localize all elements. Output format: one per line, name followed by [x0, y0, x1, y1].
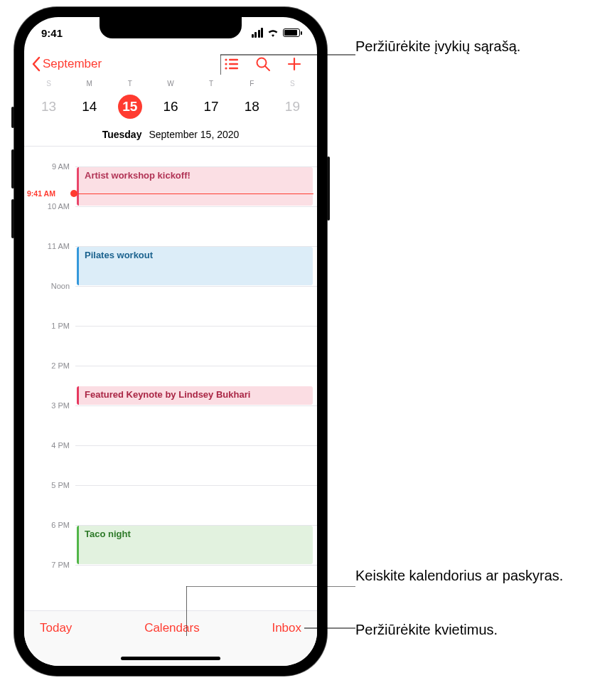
hour-line: [75, 286, 317, 287]
wifi-icon: [267, 28, 279, 37]
home-indicator[interactable]: [121, 657, 220, 660]
dow-label: S: [272, 80, 313, 90]
notch: [100, 17, 242, 38]
dow-label: T: [109, 80, 150, 90]
day-cell[interactable]: 13: [28, 90, 69, 126]
screen: 9:41 September: [24, 17, 317, 666]
volume-up-button[interactable]: [11, 149, 14, 189]
battery-icon: [283, 28, 300, 37]
mute-switch[interactable]: [11, 107, 14, 128]
hour-label: 4 PM: [30, 441, 74, 450]
callout-line-inbox: [304, 627, 355, 629]
hour-label: 6 PM: [30, 521, 74, 529]
day-cell[interactable]: 16: [150, 90, 191, 126]
calendar-event[interactable]: Pilates workout: [77, 247, 313, 285]
volume-down-button[interactable]: [11, 199, 14, 238]
status-icons: [252, 28, 301, 38]
day-cell[interactable]: 14: [69, 90, 109, 126]
hour-label: 10 AM: [30, 202, 74, 211]
day-cell[interactable]: 17: [191, 90, 232, 126]
day-cell[interactable]: 18: [232, 90, 272, 126]
callout-line-list: [220, 46, 355, 75]
calendar-event[interactable]: Featured Keynote by Lindsey Bukhari: [77, 386, 313, 405]
calendar-event[interactable]: Artist workshop kickoff!: [77, 167, 313, 206]
date-strip-dayname: Tuesday: [102, 129, 142, 140]
hour-label: Noon: [30, 282, 74, 290]
hour-line: [75, 445, 317, 446]
hour-line: [75, 565, 317, 566]
status-time: 9:41: [41, 27, 63, 39]
hour-line: [75, 206, 317, 207]
now-dot: [70, 190, 77, 197]
dow-label: W: [150, 80, 191, 90]
date-strip: TuesdaySeptember 15, 2020: [24, 126, 317, 147]
back-chevron-icon: [31, 56, 41, 72]
hour-label: 2 PM: [30, 361, 74, 370]
callout-calendars: Keiskite kalendorius ar paskyras.: [355, 566, 583, 585]
hour-label: 11 AM: [30, 242, 74, 250]
power-button[interactable]: [327, 157, 330, 221]
dow-row: SMTWTFS: [28, 80, 313, 90]
now-label: 9:41 AM: [27, 189, 55, 198]
hour-label: 3 PM: [30, 401, 74, 410]
dow-label: S: [28, 80, 69, 90]
hour-line: [75, 405, 317, 406]
day-row: 13141516171819: [28, 90, 313, 126]
week-header: SMTWTFS 13141516171819: [24, 80, 317, 126]
phone-frame: 9:41 September: [14, 7, 327, 676]
day-timeline[interactable]: 9 AM10 AM11 AMNoon1 PM2 PM3 PM4 PM5 PM6 …: [24, 147, 317, 583]
callout-inbox: Peržiūrėkite kvietimus.: [355, 620, 583, 640]
hour-label: 1 PM: [30, 322, 74, 330]
today-button[interactable]: Today: [40, 621, 72, 635]
back-button[interactable]: September: [31, 56, 102, 72]
callout-list: Peržiūrėkite įvykių sąrašą.: [355, 37, 583, 56]
day-cell[interactable]: 15: [109, 90, 150, 126]
calendar-event[interactable]: Taco night: [77, 526, 313, 564]
hour-label: 5 PM: [30, 481, 74, 489]
hour-line: [75, 326, 317, 327]
cellular-icon: [252, 28, 264, 38]
dow-label: F: [232, 80, 272, 90]
back-label: September: [43, 57, 102, 71]
hour-label: 9 AM: [30, 162, 74, 171]
hour-line: [75, 366, 317, 366]
dow-label: M: [69, 80, 109, 90]
now-line: [74, 193, 313, 194]
day-cell[interactable]: 19: [272, 90, 313, 126]
hour-line: [75, 485, 317, 486]
date-strip-full: September 15, 2020: [149, 129, 239, 140]
hour-label: 7 PM: [30, 561, 74, 569]
dow-label: T: [191, 80, 232, 90]
